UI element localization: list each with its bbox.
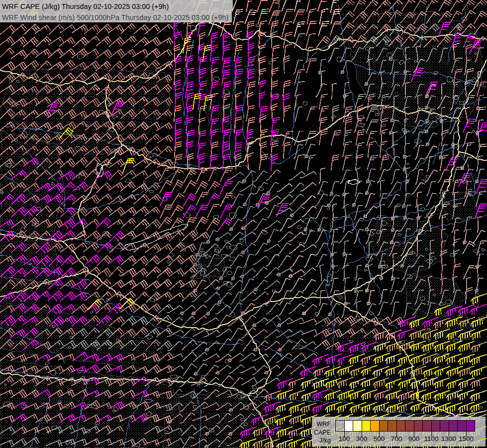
svg-text:500: 500 [374,435,385,443]
svg-text:1100: 1100 [424,435,438,443]
svg-text:900: 900 [408,435,420,443]
svg-text:WRF: WRF [317,421,331,428]
svg-text:WRF Wind shear (m/s) 500/1000h: WRF Wind shear (m/s) 500/1000hPa Thursda… [2,13,228,21]
svg-text:1300: 1300 [441,435,456,443]
svg-text:100: 100 [339,435,350,443]
svg-text:CAPE: CAPE [314,429,331,436]
svg-text:1500: 1500 [459,435,474,443]
svg-text:300: 300 [356,435,368,443]
svg-text:WRF CAPE (J/kg) Thursday 02-10: WRF CAPE (J/kg) Thursday 02-10-2025 03:0… [2,2,169,10]
svg-text:700: 700 [391,435,402,443]
svg-text:J/kg: J/kg [319,437,331,444]
